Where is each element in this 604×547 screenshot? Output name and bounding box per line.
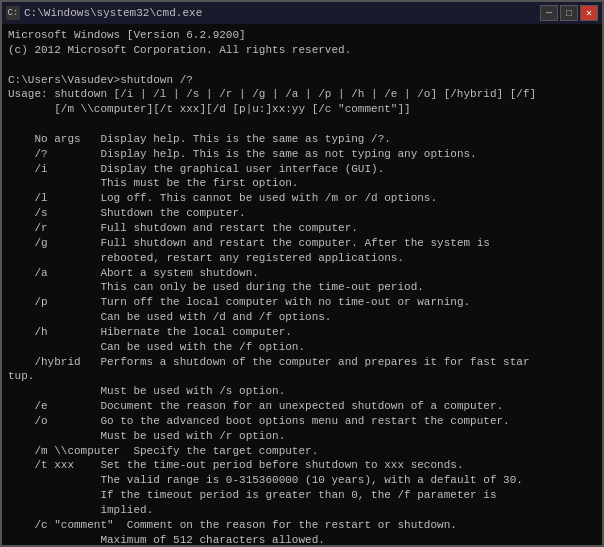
close-button[interactable]: ✕ [580, 5, 598, 21]
console-output[interactable]: Microsoft Windows [Version 6.2.9200] (c)… [2, 24, 602, 545]
window-controls: ─ □ ✕ [540, 5, 598, 21]
titlebar-left: C: C:\Windows\system32\cmd.exe [6, 6, 202, 20]
cmd-icon: C: [6, 6, 20, 20]
titlebar: C: C:\Windows\system32\cmd.exe ─ □ ✕ [2, 2, 602, 24]
maximize-button[interactable]: □ [560, 5, 578, 21]
minimize-button[interactable]: ─ [540, 5, 558, 21]
cmd-window: C: C:\Windows\system32\cmd.exe ─ □ ✕ Mic… [0, 0, 604, 547]
window-title: C:\Windows\system32\cmd.exe [24, 7, 202, 19]
